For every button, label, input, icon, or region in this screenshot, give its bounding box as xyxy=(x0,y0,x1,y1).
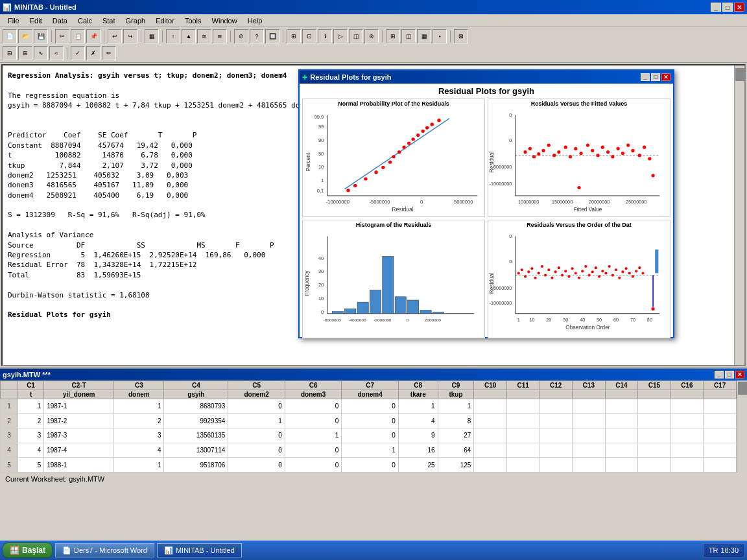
btn18[interactable]: ⊞ xyxy=(18,46,32,60)
toolbar-row-2: ⊟ ⊞ ∿ ≈ ✓ ✗ ✏ xyxy=(3,45,744,61)
svg-point-126 xyxy=(564,270,567,272)
minimize-button[interactable]: _ xyxy=(711,3,721,12)
start-icon: 🪟 xyxy=(10,546,19,555)
data-close[interactable]: ✕ xyxy=(735,371,744,379)
btn11[interactable]: ⊛ xyxy=(364,29,379,43)
residual-close[interactable]: ✕ xyxy=(661,73,670,81)
r5-tkup: 125 xyxy=(438,458,474,472)
plot-normal-prob: Normal Probability Plot of the Residuals… xyxy=(302,99,485,217)
undo-button[interactable]: ↩ xyxy=(108,29,122,43)
col-c11: C11 xyxy=(506,381,540,390)
close-button[interactable]: ✕ xyxy=(734,3,744,12)
menu-window[interactable]: Window xyxy=(207,16,243,26)
btn22[interactable]: ✗ xyxy=(86,46,101,60)
row-tkup: tkup 7,844 2,107 3,72 0,000 xyxy=(8,161,193,170)
anova-res: Residual Error 78 1,34328E+14 1,72215E+1… xyxy=(8,261,196,269)
row-t: t 100882 14870 6,78 0,000 xyxy=(8,151,193,159)
residual-minimize[interactable]: _ xyxy=(641,73,650,81)
btn7[interactable]: ⊡ xyxy=(302,29,316,43)
svg-point-50 xyxy=(547,144,551,147)
svg-point-134 xyxy=(591,270,594,273)
svg-point-71 xyxy=(577,186,580,189)
col-label-t: t xyxy=(18,390,43,399)
plot4-area: Residual 0 0 -5000000 -10000000 1 10 xyxy=(488,229,670,334)
cut-button[interactable]: ✂ xyxy=(55,29,69,43)
svg-point-29 xyxy=(431,122,434,126)
btn2[interactable]: ↑ xyxy=(166,29,180,43)
data-min[interactable]: _ xyxy=(715,371,724,379)
residual-title-left: + Residual Plots for gsyih xyxy=(302,72,392,82)
r3-c11 xyxy=(506,428,540,443)
stop-button[interactable]: ⊘ xyxy=(234,29,248,43)
maximize-button[interactable]: □ xyxy=(722,3,733,12)
menu-editor[interactable]: Editor xyxy=(150,16,180,26)
taskbar-minitab[interactable]: 📊 MINITAB - Untitled xyxy=(157,543,242,557)
svg-point-25 xyxy=(411,137,414,141)
btn12[interactable]: ⊞ xyxy=(386,29,400,43)
svg-point-133 xyxy=(587,274,590,276)
r2-donem4: 0 xyxy=(342,414,399,428)
data-max[interactable]: □ xyxy=(725,371,734,379)
svg-point-128 xyxy=(571,267,574,270)
svg-point-113 xyxy=(521,268,523,271)
btn14[interactable]: ▦ xyxy=(417,29,431,43)
btn17[interactable]: ⊟ xyxy=(3,46,17,60)
copy-button[interactable]: 📋 xyxy=(71,29,85,43)
btn10[interactable]: ◫ xyxy=(349,29,363,43)
btn5[interactable]: ≌ xyxy=(213,29,227,43)
svg-text:Residual: Residual xyxy=(392,206,414,213)
new-button[interactable]: 📄 xyxy=(3,29,17,43)
btn23[interactable]: ✏ xyxy=(102,46,116,60)
taskbar-word[interactable]: 📄 Ders7 - Microsoft Word xyxy=(55,543,154,557)
menu-data[interactable]: Data xyxy=(47,16,73,26)
btn4[interactable]: ≋ xyxy=(197,29,211,43)
paste-button[interactable]: 📌 xyxy=(86,29,101,43)
info-button[interactable]: 🔲 xyxy=(265,29,279,43)
help-button[interactable]: ? xyxy=(250,29,264,43)
menu-edit[interactable]: Edit xyxy=(25,16,47,26)
btn6[interactable]: ⊞ xyxy=(287,29,301,43)
menu-file[interactable]: File xyxy=(3,16,25,26)
btn3[interactable]: ▲ xyxy=(182,29,196,43)
btn15[interactable]: ▪ xyxy=(433,29,447,43)
btn16[interactable]: ⊠ xyxy=(454,29,468,43)
row-donem2: donem2 1253251 405032 3,09 0,003 xyxy=(8,171,188,180)
svg-text:40: 40 xyxy=(318,255,324,261)
r1-gsyih: 8680793 xyxy=(164,399,228,414)
col-c16: C16 xyxy=(670,381,704,390)
row-donem3: donem3 4816565 405167 11,89 0,000 xyxy=(8,181,188,189)
menu-calc[interactable]: Calc xyxy=(73,16,97,26)
r2-yil: 1987-2 xyxy=(44,414,114,428)
menu-graph[interactable]: Graph xyxy=(121,16,151,26)
btn1[interactable]: ▦ xyxy=(145,29,159,43)
svg-point-45 xyxy=(523,150,527,154)
session-scrollbar[interactable] xyxy=(734,65,744,365)
btn9[interactable]: ▷ xyxy=(333,29,348,43)
btn20[interactable]: ≈ xyxy=(49,46,64,60)
svg-text:-10000000: -10000000 xyxy=(326,200,350,205)
r5-c16 xyxy=(670,458,704,472)
menu-tools[interactable]: Tools xyxy=(180,16,207,26)
menu-stat[interactable]: Stat xyxy=(97,16,121,26)
table-row: 1 1 1987-1 1 8680793 0 0 0 1 1 xyxy=(1,399,737,414)
btn19[interactable]: ∿ xyxy=(34,46,48,60)
svg-point-139 xyxy=(608,265,611,268)
btn13[interactable]: ◫ xyxy=(401,29,416,43)
sep4 xyxy=(162,30,163,42)
row2-num: 2 xyxy=(1,414,18,428)
col-label-yil: yil_donem xyxy=(44,390,114,399)
col-c9: C9 xyxy=(438,381,474,390)
data-scrollbar[interactable] xyxy=(737,380,747,472)
menu-help[interactable]: Help xyxy=(243,16,268,26)
redo-button[interactable]: ↪ xyxy=(123,29,137,43)
open-button[interactable]: 📂 xyxy=(18,29,32,43)
svg-point-125 xyxy=(561,274,563,276)
app-title: MINITAB - Untitled xyxy=(14,3,77,11)
anova-reg: Regression 5 1,46260E+15 2,92520E+14 169… xyxy=(8,251,265,259)
r2-t: 2 xyxy=(18,414,43,428)
btn8[interactable]: ℹ xyxy=(318,29,332,43)
btn21[interactable]: ✓ xyxy=(71,46,85,60)
start-button[interactable]: 🪟 Başlat xyxy=(3,542,53,558)
save-button[interactable]: 💾 xyxy=(34,29,48,43)
residual-maximize[interactable]: □ xyxy=(651,73,660,81)
